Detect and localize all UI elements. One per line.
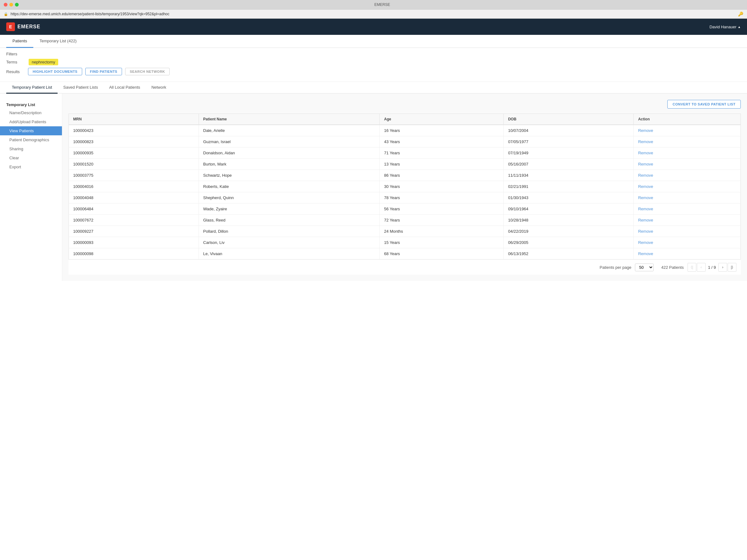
cell-action[interactable]: Remove <box>634 136 741 148</box>
cell-mrn: 100001520 <box>69 159 199 170</box>
url-text[interactable]: https://dev-emerse.med.umich.edu/emerse/… <box>10 12 736 16</box>
content-header: CONVERT TO SAVED PATIENT LIST <box>69 100 741 109</box>
next-page-button[interactable]: › <box>718 263 727 272</box>
table-row: 100000935 Donaldson, Aidan 71 Years 07/1… <box>69 148 741 159</box>
sidebar-item-export[interactable]: Export <box>0 162 62 171</box>
cell-action[interactable]: Remove <box>634 181 741 192</box>
pagination-bar: Patients per page 50 25 100 422 Patients… <box>69 260 741 275</box>
remove-link[interactable]: Remove <box>638 151 653 155</box>
table-row: 100000823 Guzman, Israel 43 Years 07/05/… <box>69 136 741 148</box>
table-row: 100000098 Le, Vivaan 68 Years 06/13/1952… <box>69 248 741 260</box>
sidebar-item-sharing[interactable]: Sharing <box>0 144 62 153</box>
cell-age: 71 Years <box>380 148 504 159</box>
cell-mrn: 100003775 <box>69 170 199 181</box>
remove-link[interactable]: Remove <box>638 240 653 245</box>
cell-patient-name: Carlson, Liv <box>199 237 380 248</box>
sidebar: Temporary List Name/Description Add/Uplo… <box>0 94 62 281</box>
col-dob: DOB <box>504 114 634 125</box>
remove-link[interactable]: Remove <box>638 229 653 234</box>
cell-action[interactable]: Remove <box>634 204 741 215</box>
patients-count: 422 Patients <box>661 265 684 270</box>
first-page-button[interactable]: ⟨| <box>688 263 696 272</box>
cell-dob: 01/30/1943 <box>504 192 634 204</box>
cell-mrn: 100000935 <box>69 148 199 159</box>
subtab-network[interactable]: Network <box>146 82 172 94</box>
user-menu[interactable]: David Hanauer ▲ <box>709 25 741 29</box>
cell-action[interactable]: Remove <box>634 192 741 204</box>
cell-mrn: 100009227 <box>69 226 199 237</box>
prev-page-button[interactable]: ‹ <box>697 263 705 272</box>
cell-action[interactable]: Remove <box>634 248 741 260</box>
remove-link[interactable]: Remove <box>638 184 653 189</box>
remove-link[interactable]: Remove <box>638 128 653 133</box>
terms-row: Terms nephrectomy <box>6 59 741 65</box>
cell-patient-name: Schwartz, Hope <box>199 170 380 181</box>
term-tag-nephrectomy[interactable]: nephrectomy <box>29 59 58 65</box>
lock-icon: 🔒 <box>4 12 8 16</box>
subtab-saved[interactable]: Saved Patient Lists <box>58 82 103 94</box>
remove-link[interactable]: Remove <box>638 251 653 256</box>
cell-dob: 05/16/2007 <box>504 159 634 170</box>
cell-patient-name: Dale, Arielle <box>199 125 380 136</box>
address-bar: 🔒 https://dev-emerse.med.umich.edu/emers… <box>0 9 747 18</box>
close-button[interactable] <box>4 3 7 6</box>
last-page-button[interactable]: |⟩ <box>728 263 737 272</box>
remove-link[interactable]: Remove <box>638 139 653 144</box>
sidebar-item-demographics[interactable]: Patient Demographics <box>0 135 62 144</box>
find-patients-button[interactable]: FIND PATIENTS <box>85 68 122 75</box>
sidebar-item-clear[interactable]: Clear <box>0 153 62 162</box>
cell-age: 68 Years <box>380 248 504 260</box>
cell-age: 30 Years <box>380 181 504 192</box>
page-info: 1 / 9 <box>706 265 718 270</box>
sidebar-item-add[interactable]: Add/Upload Patients <box>0 117 62 126</box>
search-network-button: SEARCH NETWORK <box>125 68 170 75</box>
subtab-temporary[interactable]: Temporary Patient List <box>6 82 58 94</box>
cell-action[interactable]: Remove <box>634 237 741 248</box>
remove-link[interactable]: Remove <box>638 207 653 211</box>
remove-link[interactable]: Remove <box>638 173 653 178</box>
cell-age: 56 Years <box>380 204 504 215</box>
maximize-button[interactable] <box>15 3 19 6</box>
browser-chrome: EMERSE 🔒 https://dev-emerse.med.umich.ed… <box>0 0 747 19</box>
per-page-select[interactable]: 50 25 100 <box>635 264 654 271</box>
remove-link[interactable]: Remove <box>638 162 653 166</box>
cell-patient-name: Pollard, Dillon <box>199 226 380 237</box>
cell-action[interactable]: Remove <box>634 215 741 226</box>
table-row: 100000423 Dale, Arielle 16 Years 10/07/2… <box>69 125 741 136</box>
cell-patient-name: Shepherd, Quinn <box>199 192 380 204</box>
terms-label: Terms <box>6 60 25 64</box>
cell-age: 24 Months <box>380 226 504 237</box>
cell-dob: 09/10/1964 <box>504 204 634 215</box>
tab-temporary[interactable]: Temporary List (422) <box>33 35 83 48</box>
page-nav: ⟨| ‹ 1 / 9 › |⟩ <box>688 263 737 272</box>
cell-patient-name: Burton, Mark <box>199 159 380 170</box>
cell-action[interactable]: Remove <box>634 125 741 136</box>
cell-dob: 07/19/1949 <box>504 148 634 159</box>
browser-title: EMERSE <box>21 2 743 7</box>
cell-patient-name: Wade, Zyaire <box>199 204 380 215</box>
sidebar-item-name[interactable]: Name/Description <box>0 108 62 117</box>
logo-area: E EMERSE <box>6 22 41 31</box>
highlight-documents-button[interactable]: HIGHLIGHT DOCUMENTS <box>28 68 82 75</box>
cell-mrn: 100004048 <box>69 192 199 204</box>
col-patient-name: Patient Name <box>199 114 380 125</box>
cell-action[interactable]: Remove <box>634 170 741 181</box>
cell-mrn: 100006484 <box>69 204 199 215</box>
sidebar-item-view[interactable]: View Patients <box>0 126 62 135</box>
cell-dob: 02/21/1991 <box>504 181 634 192</box>
cell-action[interactable]: Remove <box>634 226 741 237</box>
remove-link[interactable]: Remove <box>638 195 653 200</box>
chevron-down-icon: ▲ <box>738 25 741 29</box>
subtab-local[interactable]: All Local Patients <box>104 82 146 94</box>
top-nav: E EMERSE David Hanauer ▲ <box>0 19 747 35</box>
cell-action[interactable]: Remove <box>634 148 741 159</box>
tab-patients[interactable]: Patients <box>6 35 33 48</box>
app: E EMERSE David Hanauer ▲ Patients Tempor… <box>0 19 747 560</box>
cell-dob: 04/22/2019 <box>504 226 634 237</box>
remove-link[interactable]: Remove <box>638 218 653 222</box>
convert-to-saved-button[interactable]: CONVERT TO SAVED PATIENT LIST <box>667 100 741 109</box>
cell-action[interactable]: Remove <box>634 159 741 170</box>
cell-age: 86 Years <box>380 170 504 181</box>
minimize-button[interactable] <box>9 3 13 6</box>
table-row: 100004016 Roberts, Katie 30 Years 02/21/… <box>69 181 741 192</box>
